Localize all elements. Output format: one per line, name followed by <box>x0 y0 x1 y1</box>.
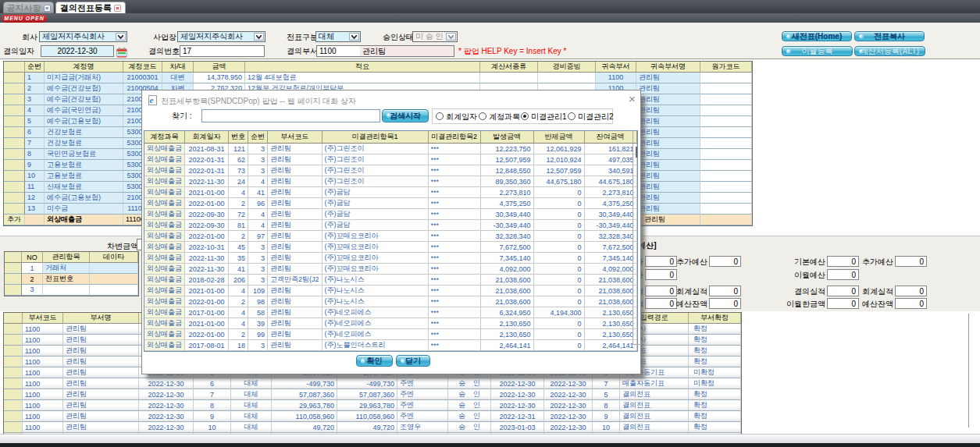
svg-text:e: e <box>150 95 154 105</box>
